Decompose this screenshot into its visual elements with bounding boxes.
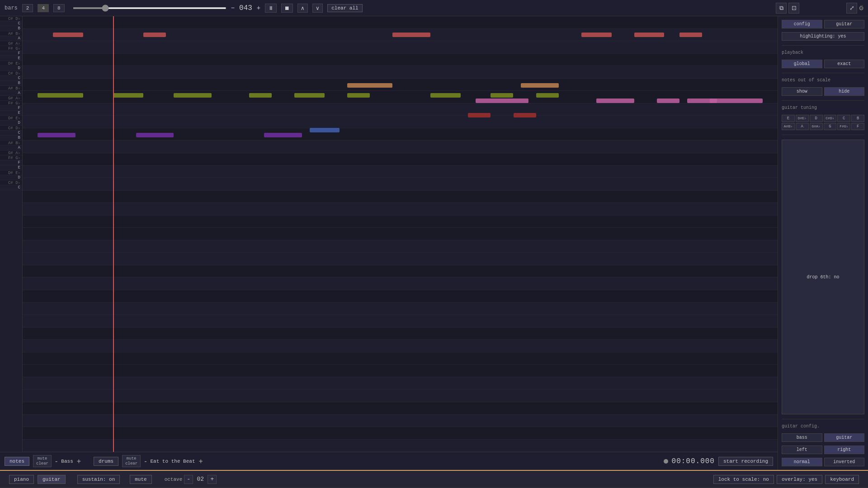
- guitar-mode-button[interactable]: guitar: [38, 475, 66, 484]
- highlighting-button[interactable]: highlighting: yes: [782, 32, 864, 41]
- note-block-c7[interactable]: [430, 93, 461, 98]
- note-label-f: F: [0, 51, 22, 56]
- right-button[interactable]: right: [824, 446, 865, 454]
- mute-clear-button-1[interactable]: muteclear: [33, 455, 52, 468]
- separator-4: [782, 135, 864, 135]
- mute-bottom-button[interactable]: mute: [130, 475, 151, 484]
- transport-slider[interactable]: [73, 7, 226, 9]
- tuning-a[interactable]: A: [796, 123, 809, 130]
- track-plus-1[interactable]: +: [77, 457, 81, 465]
- note-block-c3[interactable]: [174, 93, 212, 98]
- copy-icon-button[interactable]: ⧉: [776, 3, 787, 14]
- track-minus-1[interactable]: -: [55, 457, 57, 465]
- piano-roll[interactable]: C# D♭ C B A# B♭ A G# A♭ F# G♭ F E D# E♭ …: [0, 16, 778, 452]
- config-button[interactable]: config: [782, 20, 822, 28]
- prev-button[interactable]: ∧: [297, 4, 308, 13]
- separator-5: [782, 419, 864, 419]
- sustain-button[interactable]: sustain: on: [77, 475, 120, 484]
- track-controls: notes muteclear - Bass + drums muteclear…: [0, 452, 778, 470]
- note-label-a2: A: [0, 91, 22, 96]
- global-button[interactable]: global: [782, 60, 822, 68]
- grid-area[interactable]: [23, 16, 778, 452]
- paste-icon-button[interactable]: ⊡: [788, 3, 799, 14]
- note-block-p3[interactable]: [657, 99, 679, 103]
- note-block-pur1[interactable]: [38, 133, 75, 137]
- note-block-c9[interactable]: [536, 93, 559, 98]
- tuning-f[interactable]: F: [851, 123, 864, 130]
- guitar-config-button[interactable]: guitar: [824, 433, 865, 442]
- tuning-g[interactable]: G: [824, 123, 837, 130]
- rp-guitar-button[interactable]: guitar: [824, 20, 865, 28]
- notes-track-button[interactable]: notes: [5, 457, 29, 466]
- note-block-4[interactable]: [581, 33, 612, 37]
- note-block-pur3[interactable]: [264, 133, 302, 137]
- note-block-d2[interactable]: [521, 83, 559, 88]
- note-block-c8[interactable]: [491, 93, 513, 98]
- tuning-b[interactable]: B: [851, 115, 864, 122]
- note-block-a2[interactable]: [514, 113, 536, 117]
- note-label-a3: A: [0, 145, 22, 150]
- note-block-p5[interactable]: [710, 99, 763, 103]
- bass-button[interactable]: bass: [782, 433, 822, 442]
- note-block-3[interactable]: [392, 33, 430, 37]
- clear-all-button[interactable]: clear all: [327, 4, 362, 12]
- overlay-button[interactable]: overlay: yes: [777, 475, 822, 484]
- tuning-fsharp[interactable]: F#G♭: [837, 123, 850, 130]
- note-block-pur2[interactable]: [136, 133, 174, 137]
- note-block-c6[interactable]: [347, 93, 370, 98]
- note-block-c1[interactable]: [38, 93, 83, 98]
- bars-2-button[interactable]: 2: [22, 4, 33, 12]
- mute-clear-button-2[interactable]: muteclear: [122, 455, 141, 468]
- octave-minus-button[interactable]: -: [184, 475, 193, 484]
- keyboard-button[interactable]: keyboard: [825, 475, 859, 484]
- piano-roll-container: C# D♭ C B A# B♭ A G# A♭ F# G♭ F E D# E♭ …: [0, 16, 778, 470]
- piano-button[interactable]: piano: [9, 475, 34, 484]
- bars-8-button[interactable]: 8: [53, 4, 65, 12]
- normal-button[interactable]: normal: [782, 458, 822, 466]
- tuning-c[interactable]: C: [837, 115, 850, 122]
- tuning-gsharp[interactable]: G#A♭: [810, 123, 823, 130]
- lock-scale-button[interactable]: lock to scale: no: [713, 475, 774, 484]
- note-label-b2: B: [0, 81, 22, 86]
- note-block-c2[interactable]: [113, 93, 143, 98]
- note-block-d1[interactable]: [347, 83, 392, 88]
- bpm-minus-button[interactable]: −: [231, 5, 235, 12]
- stop-button[interactable]: ⏹: [281, 4, 293, 13]
- show-button[interactable]: show: [782, 87, 822, 96]
- note-block-6[interactable]: [679, 33, 702, 37]
- note-block-c5[interactable]: [294, 93, 325, 98]
- note-block-1[interactable]: [53, 33, 83, 37]
- expand-icon-button[interactable]: ⤢: [846, 3, 857, 14]
- exact-button[interactable]: exact: [824, 60, 865, 68]
- tuning-csharp[interactable]: C#D♭: [824, 115, 837, 122]
- tuning-dsharp[interactable]: D#E♭: [796, 115, 809, 122]
- note-block-p2[interactable]: [596, 99, 634, 103]
- note-block-bl1[interactable]: [310, 128, 340, 132]
- hide-button[interactable]: hide: [824, 87, 865, 96]
- note-block-p1[interactable]: [476, 99, 528, 103]
- tuning-d[interactable]: D: [810, 115, 823, 122]
- octave-plus-button[interactable]: +: [208, 475, 217, 484]
- bars-4-button[interactable]: 4: [38, 4, 49, 12]
- inverted-button[interactable]: inverted: [824, 458, 865, 466]
- track-minus-2[interactable]: -: [144, 457, 146, 465]
- tuning-asharp[interactable]: A#B♭: [782, 123, 795, 130]
- start-recording-button[interactable]: start recording: [718, 457, 773, 466]
- top-right-icons: ⧉ ⊡ ⤢ ⚙: [776, 3, 863, 14]
- next-button[interactable]: ∨: [312, 4, 323, 13]
- note-block-c4[interactable]: [249, 93, 272, 98]
- track-plus-2[interactable]: +: [199, 457, 203, 465]
- note-block-5[interactable]: [634, 33, 665, 37]
- bass-track-label: Bass: [61, 459, 73, 464]
- pause-button[interactable]: ⏸: [265, 4, 277, 13]
- bpm-plus-button[interactable]: +: [257, 5, 260, 12]
- drums-track-button[interactable]: drums: [94, 457, 118, 466]
- bottom-controls-bar: piano guitar sustain: on mute octave - 0…: [0, 471, 868, 488]
- note-block-a1[interactable]: [468, 113, 491, 117]
- left-button[interactable]: left: [782, 446, 822, 454]
- note-label-asharp3: A# B♭: [0, 141, 22, 145]
- drop6-button[interactable]: drop 6th: no: [782, 140, 864, 414]
- tuning-e[interactable]: E: [782, 115, 795, 122]
- guitar-tuning-label: guitar tuning: [782, 105, 864, 110]
- note-block-2[interactable]: [143, 33, 166, 37]
